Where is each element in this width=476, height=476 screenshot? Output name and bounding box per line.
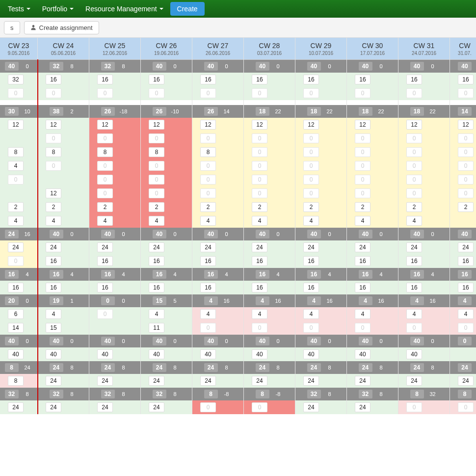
allocation-value[interactable]: 0	[406, 147, 422, 157]
nav-portfolio[interactable]: Portfolio	[37, 2, 79, 16]
allocation-cell[interactable]: 2	[0, 200, 37, 214]
allocation-value[interactable]: 16	[200, 75, 216, 84]
allocation-value[interactable]: 2	[149, 202, 164, 212]
allocation-cell[interactable]	[38, 173, 89, 186]
allocation-value[interactable]: 0	[46, 88, 61, 98]
allocation-cell[interactable]: 16	[244, 281, 295, 294]
allocation-cell[interactable]: 40	[38, 347, 89, 361]
allocation-value[interactable]: 16	[97, 256, 113, 266]
allocation-value[interactable]: 0	[97, 88, 113, 98]
allocation-cell[interactable]: 40	[89, 347, 140, 361]
allocation-value[interactable]: 2	[200, 202, 216, 212]
allocation-value[interactable]: 0	[97, 161, 113, 171]
allocation-cell[interactable]: 2	[192, 200, 243, 214]
allocation-cell[interactable]: 0	[450, 400, 476, 414]
allocation-value[interactable]: 2	[303, 202, 319, 212]
allocation-cell[interactable]: 24	[347, 374, 398, 388]
allocation-value[interactable]: 0	[355, 161, 370, 171]
allocation-value[interactable]: 24	[149, 402, 164, 412]
allocation-cell[interactable]: 4	[141, 307, 192, 321]
allocation-cell[interactable]: 24	[141, 400, 192, 414]
allocation-cell[interactable]: 16	[347, 281, 398, 294]
allocation-cell[interactable]: 4	[398, 214, 450, 228]
allocation-cell[interactable]: 0	[347, 186, 398, 200]
allocation-cell[interactable]: 0	[398, 132, 450, 145]
allocation-value[interactable]: 0	[355, 133, 370, 143]
allocation-value[interactable]: 0	[303, 147, 319, 157]
allocation-cell[interactable]: 0	[450, 173, 476, 186]
allocation-value[interactable]: 0	[303, 88, 319, 98]
allocation-cell[interactable]: 0	[192, 400, 243, 414]
allocation-cell[interactable]: 24	[141, 374, 192, 388]
allocation-cell[interactable]: 16	[141, 73, 192, 86]
allocation-value[interactable]: 40	[46, 349, 61, 359]
allocation-cell[interactable]: 0	[244, 321, 295, 335]
allocation-value[interactable]: 4	[149, 309, 164, 319]
allocation-cell[interactable]: 0	[295, 186, 346, 200]
allocation-value[interactable]: 0	[97, 188, 113, 198]
allocation-value[interactable]: 0	[406, 88, 422, 98]
allocation-value[interactable]: 4	[149, 216, 164, 226]
allocation-cell[interactable]: 40	[295, 347, 346, 361]
allocation-value[interactable]: 0	[252, 88, 267, 98]
allocation-cell[interactable]: 16	[0, 281, 37, 294]
allocation-value[interactable]: 16	[458, 256, 474, 266]
allocation-cell[interactable]: 24	[89, 240, 140, 254]
allocation-cell[interactable]: 0	[347, 159, 398, 173]
allocation-cell[interactable]: 16	[192, 281, 243, 294]
allocation-value[interactable]: 0	[355, 175, 370, 185]
allocation-cell[interactable]: 4	[192, 307, 243, 321]
allocation-cell[interactable]: 2	[295, 200, 346, 214]
allocation-value[interactable]: 4	[8, 216, 24, 226]
allocation-value[interactable]: 24	[46, 376, 61, 386]
allocation-cell[interactable]: 16	[89, 281, 140, 294]
allocation-cell[interactable]: 16	[295, 73, 346, 86]
allocation-value[interactable]: 24	[406, 242, 422, 252]
allocation-value[interactable]: 8	[149, 147, 164, 157]
allocation-cell[interactable]: 0	[295, 321, 346, 335]
allocation-cell[interactable]: 4	[295, 307, 346, 321]
allocation-cell[interactable]: 16	[398, 73, 450, 86]
allocation-value[interactable]: 32	[8, 75, 24, 84]
allocation-cell[interactable]: 0	[89, 173, 140, 186]
allocation-value[interactable]: 0	[252, 323, 267, 333]
allocation-cell[interactable]: 0	[295, 159, 346, 173]
week-header[interactable]: CW 2512.06.2016	[89, 38, 140, 60]
allocation-cell[interactable]: 0	[89, 86, 140, 100]
allocation-value[interactable]: 16	[149, 75, 164, 84]
allocation-cell[interactable]: 8	[0, 374, 37, 388]
allocation-value[interactable]: 4	[97, 216, 113, 226]
allocation-cell[interactable]: 24	[347, 400, 398, 414]
allocation-cell[interactable]	[0, 132, 37, 145]
allocation-cell[interactable]: 4	[38, 214, 89, 228]
allocation-cell[interactable]: 0	[347, 321, 398, 335]
allocation-cell[interactable]: 16	[398, 254, 450, 268]
allocation-value[interactable]: 24	[97, 376, 113, 386]
allocation-value[interactable]: 0	[97, 175, 113, 185]
allocation-value[interactable]: 2	[406, 202, 422, 212]
allocation-value[interactable]: 0	[149, 175, 164, 185]
allocation-cell[interactable]: 0	[295, 86, 346, 100]
allocation-value[interactable]: 24	[97, 242, 113, 252]
allocation-value[interactable]: 16	[406, 75, 422, 84]
allocation-value[interactable]: 0	[252, 133, 267, 143]
allocation-value[interactable]: 4	[355, 309, 370, 319]
allocation-cell[interactable]	[450, 347, 476, 361]
allocation-value[interactable]: 0	[458, 147, 474, 157]
allocation-value[interactable]: 0	[149, 188, 164, 198]
allocation-cell[interactable]: 24	[295, 240, 346, 254]
allocation-cell[interactable]: 0	[38, 86, 89, 100]
allocation-cell[interactable]: 0	[89, 186, 140, 200]
allocation-value[interactable]: 16	[252, 75, 267, 84]
allocation-value[interactable]: 2	[97, 202, 113, 212]
allocation-cell[interactable]: 24	[38, 374, 89, 388]
allocation-cell[interactable]: 8	[192, 145, 243, 159]
allocation-cell[interactable]: 0	[141, 86, 192, 100]
week-header[interactable]: CW 2619.06.2016	[141, 38, 192, 60]
allocation-value[interactable]: 0	[303, 161, 319, 171]
allocation-value[interactable]: 24	[149, 242, 164, 252]
allocation-cell[interactable]: 16	[450, 281, 476, 294]
allocation-value[interactable]: 4	[46, 309, 61, 319]
allocation-cell[interactable]: 24	[141, 240, 192, 254]
nav-resource-management[interactable]: Resource Management	[80, 2, 168, 16]
